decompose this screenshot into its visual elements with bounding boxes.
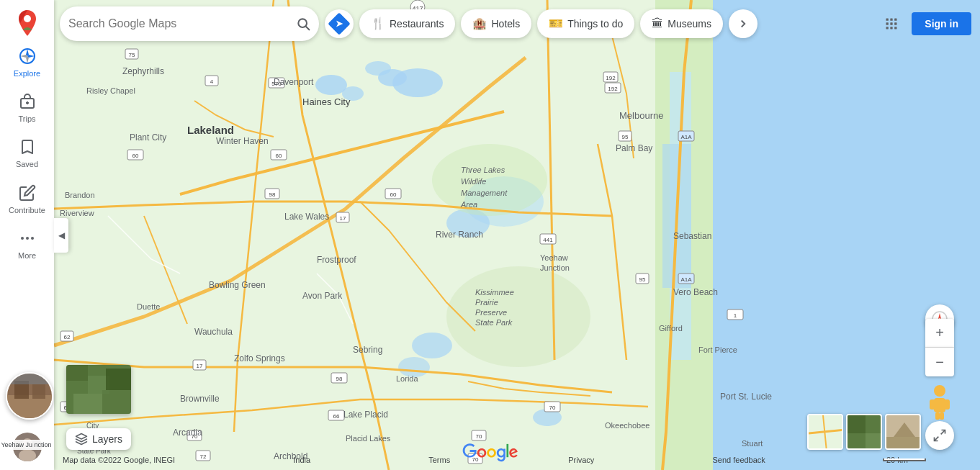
svg-text:Winter Haven: Winter Haven [216,136,269,146]
svg-text:17: 17 [340,215,346,222]
layers-button[interactable]: Layers [66,428,131,450]
sidebar-item-trips[interactable]: Trips [1,87,53,130]
svg-text:Risley Chapel: Risley Chapel [86,86,135,95]
svg-rect-120 [73,394,102,414]
zoom-in-button[interactable]: + [925,319,954,348]
sidebar-item-explore[interactable]: Explore [1,42,53,84]
svg-text:Gifford: Gifford [659,324,683,333]
sidebar-item-contribute-label: Contribute [9,206,45,215]
india-link[interactable]: India [290,456,313,464]
map-data-link[interactable]: Map data ©2022 Google, INEGI [60,456,178,464]
scale-bar-container [883,458,926,461]
send-feedback-link[interactable]: Send feedback [709,456,768,464]
svg-point-130 [934,385,945,397]
svg-text:Zephyrhills: Zephyrhills [122,66,164,76]
svg-rect-125 [32,384,45,399]
svg-line-163 [306,26,310,30]
sidebar-item-saved[interactable]: Saved [1,132,53,175]
svg-line-145 [941,430,945,435]
restaurants-label: Restaurants [390,18,444,30]
svg-text:Brandon: Brandon [65,191,95,199]
sidebar-item-trips-label: Trips [18,114,35,124]
trips-icon [19,93,36,113]
hotels-pill[interactable]: 🏨 Hotels [461,9,531,38]
sidebar-item-more[interactable]: More [1,224,53,266]
terms-link[interactable]: Terms [426,456,453,464]
signin-label: Sign in [925,18,958,30]
svg-text:98: 98 [269,191,276,198]
location-thumbnail[interactable] [6,372,53,420]
map-container[interactable]: 417 75 570 4 98 60 17 441 192 60 60 95 A… [0,0,980,470]
search-icon [296,17,310,31]
svg-text:Port St. Lucie: Port St. Lucie [720,392,772,402]
svg-text:Area: Area [460,200,477,209]
collapse-panel-button[interactable]: ◀ [54,218,68,253]
svg-text:Sebastian: Sebastian [673,231,711,241]
satellite-map-type-button[interactable] [846,414,882,450]
svg-rect-165 [891,18,893,20]
things-to-do-label: Things to do [567,18,623,30]
svg-rect-143 [886,437,921,450]
svg-text:Zolfo Springs: Zolfo Springs [234,353,285,363]
svg-text:192: 192 [606,75,616,81]
sidebar-item-contribute[interactable]: Contribute [1,178,53,221]
svg-text:72: 72 [200,453,207,460]
svg-rect-166 [894,18,896,20]
street-view-button[interactable] [925,384,954,412]
layers-icon [75,433,88,446]
svg-point-16 [432,144,547,216]
more-categories-button[interactable] [729,9,758,38]
things-to-do-pill[interactable]: 🎫 Things to do [537,9,634,38]
svg-text:192: 192 [608,86,618,92]
svg-text:Management: Management [461,189,508,197]
svg-text:Haines City: Haines City [302,96,351,107]
svg-text:Arcadia: Arcadia [173,428,202,438]
svg-text:75: 75 [129,52,135,58]
svg-text:Brownville: Brownville [180,394,220,404]
svg-text:70: 70 [549,405,556,411]
svg-text:Frostproof: Frostproof [317,255,356,265]
svg-text:95: 95 [622,134,629,140]
svg-rect-167 [886,22,889,24]
svg-point-156 [21,237,24,240]
things-to-do-icon: 🎫 [549,17,563,30]
map-svg: 417 75 570 4 98 60 17 441 192 60 60 95 A… [0,0,980,470]
restaurants-pill[interactable]: 🍴 Restaurants [359,9,455,38]
svg-point-5 [365,61,391,76]
svg-text:17: 17 [197,363,203,369]
google-maps-logo[interactable] [13,9,42,37]
search-button[interactable] [296,17,310,31]
saved-icon [19,138,36,158]
svg-text:Vero Beach: Vero Beach [673,287,718,297]
museums-icon: 🏛 [652,17,663,30]
svg-rect-140 [848,415,866,433]
sidebar-item-more-label: More [18,251,36,261]
svg-point-7 [315,75,347,95]
svg-rect-133 [944,399,950,410]
svg-text:66: 66 [333,413,340,420]
svg-text:Sebring: Sebring [353,345,382,355]
apps-button[interactable] [877,9,906,38]
satellite-thumbnail [66,365,131,414]
privacy-link[interactable]: Privacy [565,456,597,464]
svg-text:Plant City: Plant City [130,132,166,143]
svg-rect-132 [930,399,935,410]
svg-rect-135 [940,412,944,420]
svg-marker-152 [27,55,35,58]
terrain-map-type-button[interactable] [885,414,921,450]
expand-map-button[interactable] [925,421,954,450]
svg-text:70: 70 [476,433,482,440]
museums-pill[interactable]: 🏛 Museums [640,9,723,38]
search-box[interactable] [60,6,319,41]
directions-button[interactable]: ➤ [325,9,354,38]
svg-rect-170 [886,27,889,29]
search-input[interactable] [68,17,296,30]
zoom-out-button[interactable]: − [925,348,954,376]
svg-text:441: 441 [543,237,553,243]
svg-text:4: 4 [210,78,214,85]
default-map-type-button[interactable] [807,414,843,450]
svg-text:Stuart: Stuart [742,439,763,448]
svg-marker-149 [26,49,29,56]
signin-button[interactable]: Sign in [912,12,971,35]
svg-point-10 [412,333,452,358]
